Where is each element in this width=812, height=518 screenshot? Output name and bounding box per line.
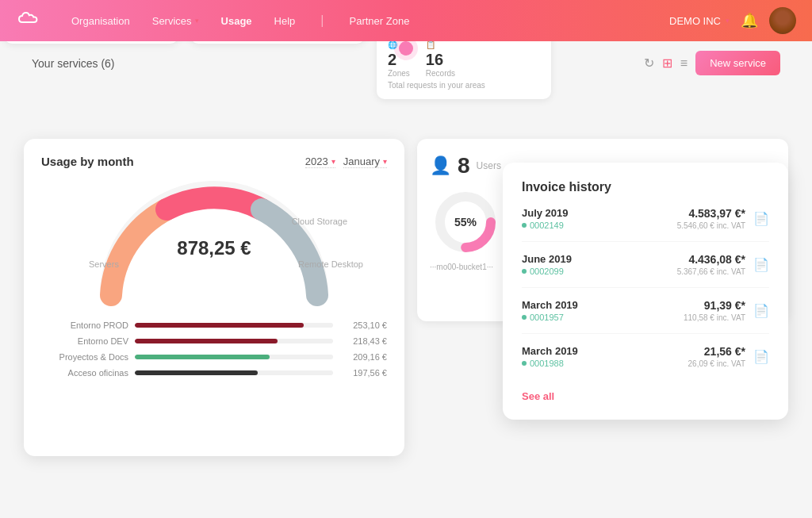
nav-right: DEMO INC ▾ 🔔	[669, 7, 796, 34]
invoice-amount-1: 4.436,08 €*	[677, 253, 745, 266]
user-avatar[interactable]	[769, 7, 796, 34]
company-chevron-icon: ▾	[726, 17, 730, 25]
invoice-amount-2: 91,39 €*	[684, 299, 745, 312]
invoice-vat-0: 5.546,60 € inc. VAT	[677, 221, 745, 230]
invoice-file-icon-1[interactable]: 📄	[753, 257, 769, 272]
usage-card-header: Usage by month 2023 ▾ January ▾	[41, 155, 387, 168]
gauge-cloud-label: Cloud Storage	[292, 217, 347, 226]
dns-total-requests: Total requests in your areas	[388, 81, 540, 90]
nav-services[interactable]: Services ▾	[152, 13, 199, 28]
cs-users-number: 8	[458, 153, 470, 178]
bar-track-0	[135, 323, 333, 328]
notification-bell-icon[interactable]: 🔔	[741, 12, 758, 29]
invoice-right-3: 21,56 €* 26,09 € inc. VAT	[688, 345, 745, 368]
invoice-id-0: 0002149	[522, 221, 677, 230]
invoice-right-0: 4.583,97 €* 5.546,60 € inc. VAT	[677, 207, 745, 230]
invoice-card: Invoice history July 2019 0002149 4.583,…	[503, 163, 788, 420]
dns-records-label: Records	[426, 69, 455, 78]
gauge-servers-label: Servers	[89, 259, 119, 269]
bar-fill-3	[135, 370, 258, 375]
bar-label-3: Acceso oficinas	[41, 368, 128, 378]
invoice-amount-0: 4.583,97 €*	[677, 207, 745, 220]
services-chevron-icon: ▾	[195, 17, 199, 25]
services-title: Your services (6)	[32, 57, 115, 70]
invoice-id-3: 0001988	[522, 359, 688, 368]
invoice-right-1: 4.436,08 €* 5.367,66 € inc. VAT	[677, 253, 745, 276]
invoice-row-1: June 2019 0002099 4.436,08 €* 5.367,66 €…	[522, 253, 769, 288]
bar-row-2: Proyectos & Docs 209,16 €	[41, 352, 387, 362]
nav-divider: |	[320, 13, 324, 28]
invoice-id-1: 0002099	[522, 267, 677, 276]
main-content: Your services (6) ↻ ⊞ ≡ New service Serv…	[0, 41, 812, 466]
bar-row-3: Acceso oficinas 197,56 €	[41, 368, 387, 378]
nav-help[interactable]: Help	[274, 13, 296, 28]
bar-fill-0	[135, 323, 304, 328]
invoice-left-1: June 2019 0002099	[522, 253, 677, 276]
dns-zones-label: Zones	[388, 69, 410, 78]
year-chevron-icon: ▾	[331, 157, 335, 166]
nav-organisation[interactable]: Organisation	[71, 13, 130, 28]
usage-selectors: 2023 ▾ January ▾	[305, 155, 387, 168]
invoice-file-icon-3[interactable]: 📄	[753, 349, 769, 364]
invoice-month-0: July 2019	[522, 207, 677, 219]
grid-icon[interactable]: ⊞	[662, 56, 672, 71]
invoice-month-2: March 2019	[522, 299, 684, 311]
invoice-month-3: March 2019	[522, 345, 688, 357]
invoice-left-2: March 2019 0001957	[522, 299, 684, 322]
usage-card-title: Usage by month	[41, 155, 134, 168]
bar-track-2	[135, 355, 333, 359]
bar-label-2: Proyectos & Docs	[41, 352, 128, 362]
cs-user-icon: 👤	[430, 155, 451, 176]
usage-bars: Entorno PROD 253,10 € Entorno DEV 218,43…	[41, 320, 387, 378]
invoice-vat-3: 26,09 € inc. VAT	[688, 359, 745, 368]
invoice-row-2: March 2019 0001957 91,39 €* 110,58 € inc…	[522, 299, 769, 334]
month-chevron-icon: ▾	[383, 157, 387, 166]
invoice-vat-1: 5.367,66 € inc. VAT	[677, 267, 745, 276]
invoice-file-icon-2[interactable]: 📄	[753, 303, 769, 318]
bar-fill-2	[135, 355, 270, 359]
invoice-vat-2: 110,58 € inc. VAT	[684, 313, 745, 322]
company-selector[interactable]: DEMO INC ▾	[669, 15, 730, 27]
invoice-row-3: March 2019 0001988 21,56 €* 26,09 € inc.…	[522, 345, 769, 379]
invoice-dot-1	[522, 269, 527, 274]
bar-label-0: Entorno PROD	[41, 320, 128, 330]
invoice-month-1: June 2019	[522, 253, 677, 265]
gauge-remote-label: Remote Desktop	[298, 259, 363, 269]
nav-partner-zone[interactable]: Partner Zone	[350, 13, 410, 28]
invoice-left-3: March 2019 0001988	[522, 345, 688, 368]
invoice-amount-3: 21,56 €*	[688, 345, 745, 358]
navbar: Organisation Services ▾ Usage Help | Par…	[0, 0, 812, 41]
invoice-dot-0	[522, 223, 527, 228]
year-selector[interactable]: 2023 ▾	[305, 155, 335, 168]
bar-label-1: Entorno DEV	[41, 336, 128, 346]
pulse-decoration	[399, 41, 413, 56]
bar-value-1: 218,43 €	[339, 336, 387, 346]
nav-usage[interactable]: Usage	[221, 13, 252, 28]
bar-row-0: Entorno PROD 253,10 €	[41, 320, 387, 330]
invoice-file-icon-0[interactable]: 📄	[753, 211, 769, 226]
refresh-icon[interactable]: ↻	[644, 56, 654, 71]
dns-records-icon: 📋	[426, 40, 455, 49]
bar-value-2: 209,16 €	[339, 352, 387, 362]
cs-donut-chart: 55%	[430, 186, 501, 258]
see-all-link[interactable]: See all	[522, 390, 769, 402]
invoice-left-0: July 2019 0002149	[522, 207, 677, 230]
gauge-container: 878,25 € Servers Cloud Storage Remote De…	[41, 176, 387, 311]
new-service-button[interactable]: New service	[695, 51, 780, 75]
dns-records-number: 16	[426, 51, 455, 69]
invoice-right-2: 91,39 €* 110,58 € inc. VAT	[684, 299, 745, 322]
panels-row: Usage by month 2023 ▾ January ▾	[24, 139, 788, 456]
bar-fill-1	[135, 339, 278, 343]
usage-card: Usage by month 2023 ▾ January ▾	[24, 139, 404, 456]
logo[interactable]	[16, 8, 48, 33]
bar-value-3: 197,56 €	[339, 368, 387, 378]
month-selector[interactable]: January ▾	[343, 155, 387, 168]
services-controls: ↻ ⊞ ≡ New service	[644, 51, 780, 75]
gauge-value: 878,25 €	[177, 237, 251, 259]
list-icon[interactable]: ≡	[680, 56, 688, 71]
bar-track-3	[135, 370, 333, 375]
nav-links: Organisation Services ▾ Usage Help | Par…	[71, 13, 669, 28]
avatar-image	[769, 7, 796, 34]
gauge-amount: 878,25 €	[177, 237, 251, 259]
bar-track-1	[135, 339, 333, 343]
